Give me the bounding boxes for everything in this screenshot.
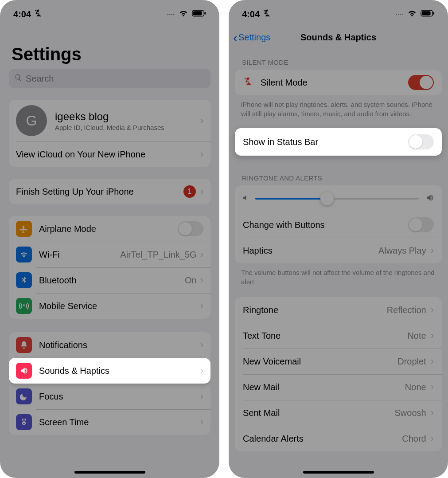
chevron-right-icon: ›: [431, 304, 434, 316]
chevron-right-icon: ›: [200, 300, 203, 312]
search-icon: [14, 74, 22, 84]
status-time: 4:04: [13, 9, 31, 20]
bluetooth-icon: [16, 272, 32, 288]
chevron-right-icon: ›: [200, 365, 203, 376]
airplane-toggle[interactable]: [178, 221, 203, 236]
search-placeholder: Search: [26, 74, 54, 84]
chevron-right-icon: ›: [200, 416, 203, 428]
chevron-right-icon: ›: [431, 407, 434, 419]
chevron-right-icon: ›: [200, 186, 203, 197]
chevron-right-icon: ›: [431, 356, 434, 367]
speaker-icon: [16, 363, 32, 379]
wifi-row[interactable]: Wi-Fi AirTel_TP_Link_5G ›: [9, 242, 210, 267]
bluetooth-value: On: [185, 275, 197, 286]
volume-low-icon: [242, 194, 249, 204]
svg-rect-4: [422, 11, 431, 15]
volume-high-icon: [425, 193, 435, 204]
account-group: G igeeks blog Apple ID, iCloud, Media & …: [9, 100, 210, 167]
sounds-haptics-row[interactable]: Sounds & Haptics ›: [9, 358, 210, 384]
change-with-buttons-row[interactable]: Change with Buttons: [235, 212, 442, 238]
moon-icon: [16, 388, 32, 404]
chevron-right-icon: ›: [200, 115, 203, 126]
cell-dots-icon: ••••: [396, 12, 404, 17]
wifi-icon: [407, 9, 417, 19]
network-group: Airplane Mode Wi-Fi AirTel_TP_Link_5G › …: [9, 216, 210, 319]
chevron-right-icon: ›: [431, 330, 434, 341]
sound-list-group: Ringtone Reflection › Text Tone Note › N…: [235, 297, 442, 451]
finish-setup-row[interactable]: Finish Setting Up Your iPhone 1 ›: [9, 179, 210, 204]
battery-icon: [421, 10, 435, 19]
account-name: igeeks blog: [55, 110, 200, 123]
chevron-right-icon: ›: [431, 245, 434, 256]
ringtone-header: RINGTONE AND ALERTS: [229, 156, 448, 185]
text-tone-row[interactable]: Text Tone Note ›: [235, 323, 442, 349]
finish-setup-group: Finish Setting Up Your iPhone 1 ›: [9, 179, 210, 204]
settings-screen: 4:04 •••• Settings Search G: [0, 0, 219, 478]
screen-time-row[interactable]: Screen Time ›: [9, 409, 210, 435]
svg-rect-2: [204, 12, 206, 15]
chevron-right-icon: ›: [431, 433, 434, 444]
silent-footer: iPhone will not play ringtones, alerts, …: [229, 95, 448, 118]
wifi-icon: [179, 9, 188, 19]
volume-slider-row: [235, 185, 442, 212]
chevron-right-icon: ›: [200, 149, 203, 160]
hourglass-icon: [16, 414, 32, 430]
silent-mode-group: Silent Mode: [235, 70, 442, 95]
chevron-left-icon: ‹: [233, 34, 238, 41]
svg-rect-1: [193, 11, 202, 15]
nav-bar: ‹ Settings Sounds & Haptics: [229, 27, 448, 48]
chevron-right-icon: ›: [200, 274, 203, 286]
slider-fill: [255, 198, 327, 200]
silent-header: SILENT MODE: [229, 48, 448, 70]
show-status-bar-group: Show in Status Bar: [235, 128, 442, 156]
chevron-right-icon: ›: [200, 339, 203, 351]
apple-id-row[interactable]: G igeeks blog Apple ID, iCloud, Media & …: [9, 100, 210, 141]
sent-mail-row[interactable]: Sent Mail Swoosh ›: [235, 400, 442, 426]
svg-rect-5: [433, 12, 434, 15]
silent-mode-row[interactable]: Silent Mode: [235, 70, 442, 95]
new-mail-row[interactable]: New Mail None ›: [235, 374, 442, 400]
show-status-bar-row[interactable]: Show in Status Bar: [235, 128, 442, 156]
page-title: Settings: [9, 25, 210, 69]
volume-slider[interactable]: [255, 198, 419, 200]
focus-row[interactable]: Focus ›: [9, 384, 210, 409]
search-input[interactable]: Search: [9, 69, 210, 88]
account-subtitle: Apple ID, iCloud, Media & Purchases: [55, 124, 200, 131]
avatar: G: [16, 105, 47, 136]
ringtone-row[interactable]: Ringtone Reflection ›: [235, 297, 442, 323]
wifi-icon: [16, 247, 32, 263]
change-buttons-toggle[interactable]: [408, 217, 434, 232]
badge: 1: [183, 185, 196, 198]
bell-slash-icon: [243, 77, 253, 89]
chevron-right-icon: ›: [200, 249, 203, 260]
volume-group: Change with Buttons Haptics Always Play …: [235, 185, 442, 263]
wifi-value: AirTel_TP_Link_5G: [120, 250, 196, 260]
bell-icon: [16, 337, 32, 353]
antenna-icon: [16, 298, 32, 314]
ringtone-footer: The volume buttons will not affect the v…: [229, 263, 448, 286]
calendar-alerts-row[interactable]: Calendar Alerts Chord ›: [235, 426, 442, 451]
chevron-right-icon: ›: [431, 381, 434, 393]
battery-icon: [192, 10, 206, 19]
silent-icon: [262, 9, 271, 20]
chevron-right-icon: ›: [200, 391, 203, 402]
haptics-row[interactable]: Haptics Always Play ›: [235, 238, 442, 263]
silent-icon: [34, 9, 43, 20]
airplane-icon: [16, 221, 32, 237]
voicemail-row[interactable]: New Voicemail Droplet ›: [235, 349, 442, 374]
sounds-haptics-screen: 4:04 •••• ‹ Settings Sounds & Haptics SI…: [229, 0, 448, 478]
mobile-service-row[interactable]: Mobile Service ›: [9, 293, 210, 319]
notifications-row[interactable]: Notifications ›: [9, 332, 210, 358]
cell-dots-icon: ••••: [167, 12, 175, 17]
airplane-mode-row[interactable]: Airplane Mode: [9, 216, 210, 242]
show-status-toggle[interactable]: [408, 134, 434, 149]
home-indicator[interactable]: [303, 471, 374, 474]
slider-thumb[interactable]: [320, 192, 334, 205]
home-indicator[interactable]: [74, 471, 145, 474]
back-button[interactable]: ‹ Settings: [233, 32, 270, 43]
personal-group: Notifications › Sounds & Haptics › Focus…: [9, 332, 210, 435]
status-time: 4:04: [242, 9, 260, 20]
silent-toggle[interactable]: [408, 75, 434, 90]
bluetooth-row[interactable]: Bluetooth On ›: [9, 267, 210, 293]
view-icloud-row[interactable]: View iCloud on Your New iPhone ›: [9, 141, 210, 167]
